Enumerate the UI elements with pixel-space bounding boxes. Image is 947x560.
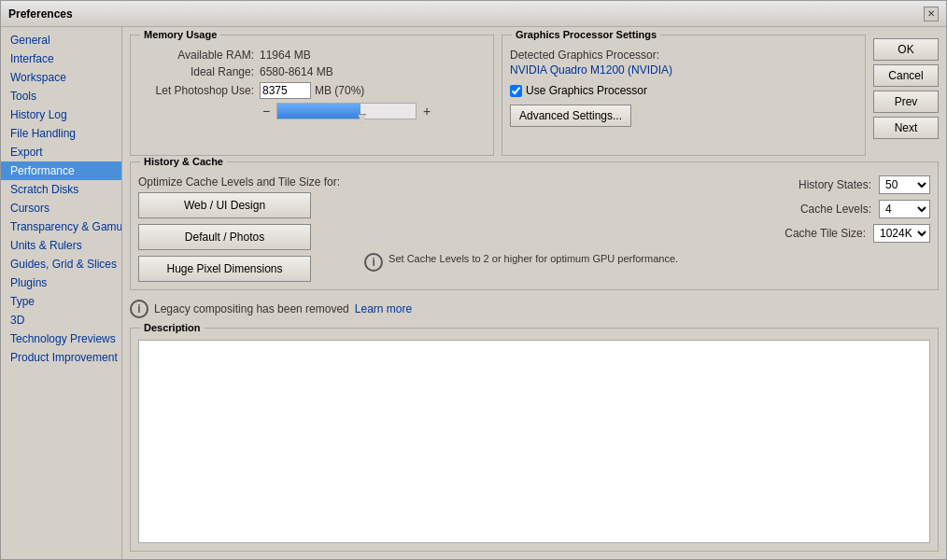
photoshop-use-input[interactable]	[260, 82, 311, 99]
slider-fill	[277, 104, 360, 119]
legacy-notice: i Legacy compositing has been removed Le…	[130, 296, 939, 322]
sidebar-item-interface[interactable]: Interface	[1, 49, 121, 68]
cache-buttons: Web / UI Design Default / Photos Huge Pi…	[138, 192, 340, 282]
slider-increase-button[interactable]: +	[420, 104, 433, 119]
cache-optimize-section: Optimize Cache Levels and Tile Size for:…	[138, 175, 340, 282]
history-states-row: History States: 50	[355, 175, 930, 194]
graphics-panel-title: Graphics Processor Settings	[512, 29, 660, 40]
sidebar-item-product-improvement[interactable]: Product Improvement	[1, 348, 121, 367]
sidebar-item-units---rulers[interactable]: Units & Rulers	[1, 236, 121, 255]
cache-levels-select[interactable]: 4	[879, 200, 930, 218]
history-cache-title: History & Cache	[140, 156, 227, 167]
sidebar-item-history-log[interactable]: History Log	[1, 105, 121, 124]
use-gpu-checkbox[interactable]	[510, 85, 522, 97]
next-button[interactable]: Next	[873, 117, 939, 139]
sidebar-item-cursors[interactable]: Cursors	[1, 199, 121, 217]
cache-levels-label: Cache Levels:	[759, 203, 871, 216]
sidebar-item-guides--grid---slices[interactable]: Guides, Grid & Slices	[1, 255, 121, 273]
photoshop-use-unit: MB (70%)	[315, 84, 364, 97]
use-gpu-row: Use Graphics Processor	[510, 84, 857, 97]
sidebar-item-type[interactable]: Type	[1, 292, 121, 311]
cancel-button[interactable]: Cancel	[873, 64, 939, 87]
prev-button[interactable]: Prev	[873, 91, 939, 113]
gpu-info-row: i Set Cache Levels to 2 or higher for op…	[355, 252, 930, 272]
memory-slider-row: − +	[260, 103, 486, 119]
sidebar: GeneralInterfaceWorkspaceToolsHistory Lo…	[1, 27, 122, 559]
ideal-range-label: Ideal Range:	[138, 65, 260, 78]
cache-tile-row: Cache Tile Size: 1024K	[355, 224, 930, 243]
sidebar-item-export[interactable]: Export	[1, 143, 121, 161]
description-content	[138, 340, 930, 543]
cache-tile-select[interactable]: 1024K	[873, 224, 930, 243]
cache-settings: History States: 50 Cache Levels: 4	[355, 175, 930, 282]
sidebar-item-file-handling[interactable]: File Handling	[1, 124, 121, 143]
history-cache-inner: Optimize Cache Levels and Tile Size for:…	[138, 175, 930, 282]
close-button[interactable]: ✕	[924, 7, 939, 21]
default-photos-button[interactable]: Default / Photos	[138, 224, 311, 250]
graphics-processor-panel: Graphics Processor Settings Detected Gra…	[502, 35, 866, 156]
ok-button[interactable]: OK	[873, 38, 939, 61]
memory-panel-title: Memory Usage	[140, 29, 220, 40]
memory-slider[interactable]	[276, 103, 417, 119]
preferences-dialog: Preferences ✕ GeneralInterfaceWorkspaceT…	[0, 0, 947, 560]
sidebar-item-3d[interactable]: 3D	[1, 311, 121, 329]
web-ui-design-button[interactable]: Web / UI Design	[138, 192, 311, 218]
available-ram-value: 11964 MB	[260, 49, 311, 62]
learn-more-link[interactable]: Learn more	[355, 302, 412, 315]
sidebar-item-plugins[interactable]: Plugins	[1, 273, 121, 292]
sidebar-item-performance[interactable]: Performance	[1, 161, 121, 180]
use-gpu-label: Use Graphics Processor	[526, 84, 647, 97]
description-panel: Description	[130, 328, 939, 552]
cache-levels-row: Cache Levels: 4	[355, 200, 930, 218]
legacy-text: Legacy compositing has been removed	[154, 302, 349, 315]
history-states-label: History States:	[759, 178, 871, 191]
gpu-info-text: Set Cache Levels to 2 or higher for opti…	[389, 252, 678, 266]
sidebar-item-scratch-disks[interactable]: Scratch Disks	[1, 180, 121, 199]
top-row: Memory Usage Available RAM: 11964 MB Ide…	[130, 35, 939, 156]
available-ram-row: Available RAM: 11964 MB	[138, 49, 486, 62]
let-photoshop-label: Let Photoshop Use:	[138, 84, 260, 97]
history-cache-panel: History & Cache Optimize Cache Levels an…	[130, 161, 939, 290]
huge-pixel-button[interactable]: Huge Pixel Dimensions	[138, 256, 311, 282]
optimize-label: Optimize Cache Levels and Tile Size for:	[138, 175, 340, 189]
advanced-settings-button[interactable]: Advanced Settings...	[510, 105, 631, 127]
dialog-buttons: OK Cancel Prev Next	[873, 35, 939, 139]
title-bar: Preferences ✕	[1, 1, 946, 27]
sidebar-item-technology-previews[interactable]: Technology Previews	[1, 329, 121, 348]
slider-thumb	[358, 114, 367, 123]
dialog-content: GeneralInterfaceWorkspaceToolsHistory Lo…	[1, 27, 946, 559]
available-ram-label: Available RAM:	[138, 49, 260, 62]
memory-usage-panel: Memory Usage Available RAM: 11964 MB Ide…	[130, 35, 494, 156]
dialog-title: Preferences	[8, 7, 73, 21]
history-states-select[interactable]: 50	[879, 175, 930, 194]
ideal-range-row: Ideal Range: 6580-8614 MB	[138, 65, 486, 78]
slider-decrease-button[interactable]: −	[260, 104, 273, 119]
sidebar-item-tools[interactable]: Tools	[1, 87, 121, 105]
ideal-range-value: 6580-8614 MB	[260, 65, 333, 78]
cache-tile-label: Cache Tile Size:	[754, 227, 866, 240]
gpu-name: NVIDIA Quadro M1200 (NVIDIA)	[510, 63, 857, 77]
sidebar-item-general[interactable]: General	[1, 31, 121, 49]
let-photoshop-row: Let Photoshop Use: MB (70%)	[138, 82, 486, 99]
sidebar-item-transparency---gamut[interactable]: Transparency & Gamut	[1, 217, 121, 236]
legacy-info-icon: i	[130, 300, 148, 318]
main-content: Memory Usage Available RAM: 11964 MB Ide…	[122, 27, 946, 559]
description-title: Description	[140, 322, 205, 333]
gpu-detected-label: Detected Graphics Processor:	[510, 49, 857, 62]
sidebar-item-workspace[interactable]: Workspace	[1, 68, 121, 87]
info-icon: i	[364, 253, 383, 272]
